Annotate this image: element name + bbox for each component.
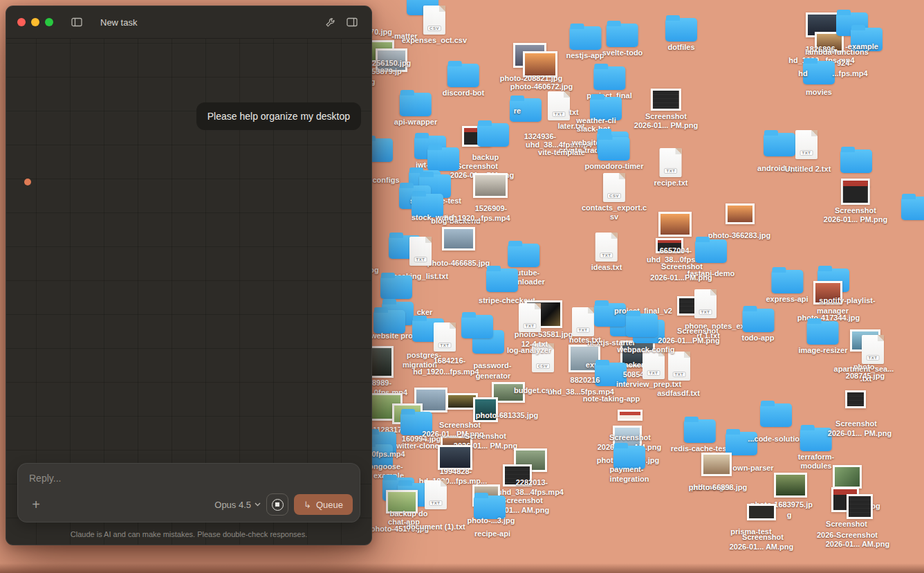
desktop-item[interactable]: [833, 465, 862, 489]
desktop-item[interactable]: 6657004-: [660, 246, 692, 255]
desktop-item[interactable]: [626, 313, 658, 337]
csv-file-icon[interactable]: CSV: [603, 173, 625, 202]
desktop-item-label[interactable]: photo-...3.jpg: [467, 516, 515, 525]
desktop-item[interactable]: own-parser: [732, 464, 773, 473]
desktop-folder[interactable]: [760, 403, 792, 427]
desktop-item[interactable]: vite-template: [538, 148, 585, 157]
desktop-item-label[interactable]: movies: [806, 88, 832, 97]
desktop-item[interactable]: ...fps.mp4: [832, 69, 867, 78]
desktop-item-label[interactable]: generator: [476, 372, 511, 381]
desktop-item-label[interactable]: own-parser: [732, 464, 773, 473]
desktop-item[interactable]: 253879.jp: [367, 67, 402, 76]
photo-thumbnail[interactable]: [438, 445, 472, 470]
desktop-item[interactable]: backup: [472, 153, 499, 162]
photo-thumbnail[interactable]: [658, 212, 692, 237]
desktop-item[interactable]: [380, 275, 412, 299]
desktop-item[interactable]: pomodoro-timer: [585, 137, 644, 171]
desktop-item[interactable]: Screenshot: [835, 419, 877, 428]
desktop-item-label[interactable]: vite-template: [538, 148, 585, 157]
desktop-folder[interactable]: [593, 66, 625, 90]
attach-plus-button[interactable]: +: [28, 496, 44, 513]
desktop-folder[interactable]: [840, 149, 872, 173]
desktop-item-label[interactable]: asdfasdf.txt: [657, 389, 700, 398]
desktop-item-label[interactable]: svelte-todo: [602, 48, 643, 57]
desktop-item[interactable]: [901, 197, 924, 220]
desktop-item[interactable]: Screenshot: [465, 432, 506, 441]
desktop-item[interactable]: 01... AM.png: [505, 506, 549, 515]
desktop-folder[interactable]: [764, 133, 795, 156]
screenshot-thumbnail[interactable]: [747, 504, 776, 520]
desktop-item[interactable]: hd: [798, 69, 807, 78]
desktop-item-label[interactable]: ongoose-: [369, 462, 403, 471]
desktop-folder[interactable]: [607, 24, 638, 47]
desktop-item-label[interactable]: Screenshot: [826, 520, 867, 529]
desktop-item-label[interactable]: integration: [610, 475, 649, 484]
desktop-item[interactable]: [695, 239, 727, 263]
desktop-folder[interactable]: [598, 137, 630, 161]
desktop-folder[interactable]: [684, 419, 716, 443]
photo-thumbnail[interactable]: [833, 465, 862, 489]
screenshot-thumbnail[interactable]: [841, 179, 870, 205]
desktop-item-label[interactable]: backup: [472, 153, 499, 162]
desktop-item-label[interactable]: Screenshot: [742, 533, 784, 542]
desktop-item[interactable]: 2026-Screenshot: [817, 531, 878, 540]
desktop-item[interactable]: [442, 227, 475, 251]
desktop-item[interactable]: Screenshot: [456, 162, 498, 171]
desktop-item[interactable]: api-wrapper: [394, 93, 437, 127]
txt-file-icon[interactable]: TXT: [548, 91, 570, 120]
desktop-item[interactable]: note-taking-app: [583, 394, 640, 403]
desktop-item-label[interactable]: notes.txt: [569, 336, 601, 345]
desktop-item-label[interactable]: nestjs-app: [566, 51, 604, 60]
desktop-item[interactable]: CSVcontacts_export.c sv: [582, 173, 647, 221]
right-panel-toggle-icon[interactable]: [344, 14, 360, 30]
desktop-item[interactable]: 70.jpg: [370, 28, 392, 37]
desktop-folder[interactable]: [695, 239, 727, 263]
desktop-item-label[interactable]: hd_1920...fps.mp4: [444, 214, 510, 223]
desktop-item-label[interactable]: discord-bot: [443, 89, 485, 98]
desktop-item[interactable]: Untitled 2.txt: [785, 165, 831, 174]
screenshot-thumbnail[interactable]: [618, 410, 643, 421]
desktop-item[interactable]: [618, 410, 643, 421]
desktop-item[interactable]: interview_prep.txt: [616, 380, 681, 389]
desktop-folder[interactable]: [474, 495, 506, 519]
desktop-item-label[interactable]: 6657004-: [660, 246, 692, 255]
desktop-item-label[interactable]: hd_1920...fps.mp4: [413, 367, 479, 376]
desktop-item-label[interactable]: 2026-01... AM.png: [826, 540, 890, 549]
reply-composer[interactable]: Reply... + Opus 4.5 ↳ Queue: [17, 463, 360, 522]
desktop-item[interactable]: [760, 403, 792, 427]
desktop-item-label[interactable]: document (1).txt: [406, 522, 465, 531]
desktop-item[interactable]: 1994828-: [440, 467, 472, 476]
queue-button[interactable]: ↳ Queue: [294, 494, 353, 515]
desktop-item[interactable]: [474, 495, 506, 519]
desktop-folder[interactable]: [400, 93, 432, 116]
desktop-item[interactable]: generator: [476, 372, 511, 381]
desktop-item-label[interactable]: 2026-Screenshot: [817, 531, 878, 540]
desktop-item[interactable]: 2026-01... PM.png: [828, 429, 891, 438]
desktop-item-label[interactable]: spotify-playlist-: [819, 296, 875, 305]
txt-file-icon[interactable]: TXT: [862, 335, 884, 364]
desktop-item[interactable]: payment-: [610, 465, 644, 474]
desktop-item-label[interactable]: ...code-solution: [748, 435, 804, 444]
desktop-item[interactable]: hd_1920...fps.mp4: [444, 214, 510, 223]
desktop-item[interactable]: redis-cache-test: [671, 419, 729, 453]
desktop-item[interactable]: TXTrecipe.txt: [654, 148, 688, 188]
desktop-item[interactable]: TXT: [795, 130, 817, 159]
desktop-item[interactable]: [803, 61, 835, 84]
desktop-item[interactable]: TXT: [548, 91, 570, 120]
desktop-item[interactable]: discord-bot: [443, 64, 485, 98]
desktop-item-label[interactable]: 8989-: [372, 379, 391, 388]
video-thumbnail[interactable]: [473, 173, 508, 198]
desktop-item[interactable]: password-: [473, 361, 511, 370]
desktop-item-label[interactable]: 2026-01... PM.png: [828, 429, 891, 438]
desktop-item-label[interactable]: Screenshot: [835, 419, 877, 428]
desktop-item[interactable]: [658, 212, 692, 237]
desktop-item[interactable]: express-api: [766, 270, 808, 304]
desktop-item[interactable]: movies: [806, 88, 832, 97]
txt-file-icon[interactable]: TXT: [409, 237, 432, 266]
desktop-item[interactable]: svelte-todo: [602, 24, 643, 57]
desktop-item[interactable]: asdfasdf.txt: [657, 389, 700, 398]
txt-file-icon[interactable]: TXT: [643, 350, 665, 379]
photo-thumbnail[interactable]: [701, 453, 732, 476]
desktop-item-label[interactable]: 1526909-: [475, 204, 508, 213]
desktop-item[interactable]: photo-681335.jpg: [476, 411, 538, 420]
